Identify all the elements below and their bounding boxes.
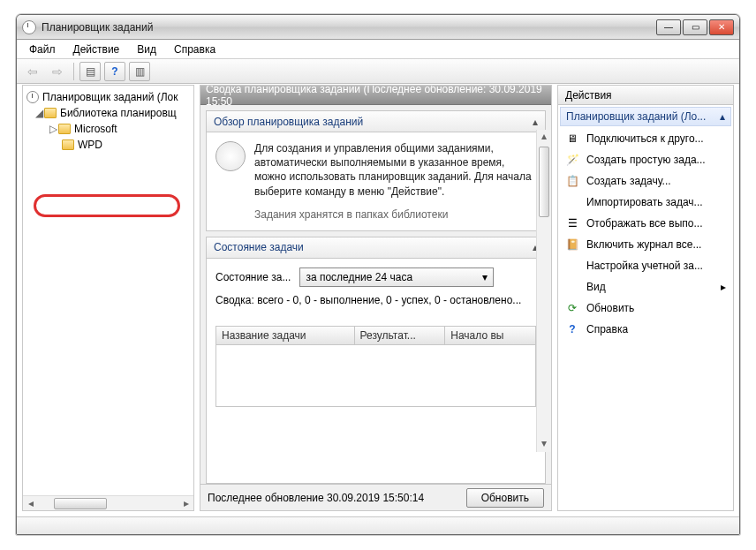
collapse-up-icon[interactable]: ▴ bbox=[720, 110, 725, 123]
period-select[interactable]: за последние 24 часа ▾ bbox=[299, 267, 494, 287]
overview-header[interactable]: Обзор планировщика заданий ▴ bbox=[207, 111, 545, 132]
action-label: Отображать все выпо... bbox=[586, 217, 703, 230]
settings-icon bbox=[565, 259, 579, 273]
actions-list: 🖥Подключиться к друго... 🪄Создать просту… bbox=[558, 126, 733, 342]
list-icon: ☰ bbox=[565, 216, 579, 230]
action-connect[interactable]: 🖥Подключиться к друго... bbox=[560, 128, 731, 149]
scroll-thumb[interactable] bbox=[539, 147, 549, 217]
journal-icon: 📔 bbox=[565, 237, 579, 252]
action-view[interactable]: Вид▸ bbox=[560, 276, 731, 298]
tree-library[interactable]: ◢ Библиотека планировщ bbox=[23, 105, 193, 121]
state-header[interactable]: Состояние задачи ▴ bbox=[207, 237, 545, 259]
menu-action[interactable]: Действие bbox=[66, 41, 127, 57]
tree-library-label: Библиотека планировщ bbox=[60, 107, 177, 119]
tree-wpd[interactable]: WPD bbox=[23, 137, 193, 153]
wizard-icon: 🪄 bbox=[565, 153, 579, 167]
status-bar bbox=[17, 516, 739, 534]
collapse-icon[interactable]: ◢ bbox=[34, 107, 44, 119]
tree-microsoft-label: Microsoft bbox=[74, 123, 117, 135]
view-icon bbox=[565, 280, 579, 294]
action-label: Справка bbox=[586, 323, 628, 335]
col-result[interactable]: Результат... bbox=[355, 327, 446, 344]
tree-microsoft[interactable]: ▷ Microsoft bbox=[23, 121, 193, 137]
forward-button[interactable]: ⇨ bbox=[47, 62, 68, 81]
toolbar: ⇦ ⇨ ▤ ? ▥ bbox=[17, 59, 739, 84]
maximize-button[interactable]: ▭ bbox=[683, 19, 707, 35]
minimize-button[interactable]: — bbox=[656, 19, 681, 35]
overview-truncated: Задания хранятся в папках библиотеки bbox=[254, 207, 536, 222]
back-button[interactable]: ⇦ bbox=[22, 62, 43, 81]
action-refresh[interactable]: ⟳Обновить bbox=[560, 298, 731, 319]
content-area: Планировщик заданий (Лок ◢ Библиотека пл… bbox=[17, 84, 739, 516]
state-title: Состояние задачи bbox=[214, 241, 304, 253]
collapse-up-icon[interactable]: ▴ bbox=[533, 116, 538, 128]
overview-text: Для создания и управления общими задания… bbox=[254, 141, 536, 199]
col-name[interactable]: Название задачи bbox=[216, 327, 355, 344]
tree-pane: Планировщик заданий (Лок ◢ Библиотека пл… bbox=[22, 85, 194, 511]
overview-panel: Обзор планировщика заданий ▴ Для создани… bbox=[206, 110, 546, 231]
action-label: Включить журнал все... bbox=[586, 238, 701, 251]
action-label: Подключиться к друго... bbox=[586, 132, 704, 145]
task-grid-body[interactable] bbox=[215, 345, 536, 407]
show-hide-tree-button[interactable]: ▤ bbox=[79, 62, 101, 81]
tree-root-label: Планировщик заданий (Лок bbox=[42, 91, 178, 103]
action-label: Создать задачу... bbox=[586, 175, 671, 187]
menu-view[interactable]: Вид bbox=[130, 41, 163, 57]
expand-icon[interactable]: ▷ bbox=[48, 123, 58, 135]
action-label: Создать простую зада... bbox=[586, 154, 706, 166]
chevron-down-icon: ▾ bbox=[482, 271, 488, 283]
period-value: за последние 24 часа bbox=[306, 271, 412, 283]
summary-vscrollbar[interactable]: ▴ ▾ bbox=[536, 130, 551, 452]
last-update-text: Последнее обновление 30.09.2019 15:50:14 bbox=[208, 492, 424, 504]
task-icon: 📋 bbox=[565, 174, 579, 188]
help-icon: ? bbox=[565, 322, 579, 336]
action-at-account[interactable]: Настройка учетной за... bbox=[560, 255, 731, 276]
summary-body: Обзор планировщика заданий ▴ Для создани… bbox=[200, 105, 551, 484]
scroll-right-icon[interactable]: ▸ bbox=[178, 497, 193, 509]
action-enable-history[interactable]: 📔Включить журнал все... bbox=[560, 234, 731, 255]
refresh-button[interactable]: Обновить bbox=[466, 488, 544, 508]
help-toolbar-button[interactable]: ? bbox=[104, 62, 125, 81]
col-start[interactable]: Начало вы bbox=[445, 327, 535, 344]
tree-hscrollbar[interactable]: ◂ ▸ bbox=[23, 495, 193, 510]
actions-pane: Действия Планировщик заданий (Ло... ▴ 🖥П… bbox=[557, 85, 734, 511]
scroll-left-icon[interactable]: ◂ bbox=[23, 497, 38, 509]
toolbar-separator bbox=[73, 63, 74, 80]
menu-help[interactable]: Справка bbox=[167, 41, 223, 57]
close-button[interactable]: ✕ bbox=[709, 19, 734, 35]
action-label: Настройка учетной за... bbox=[586, 260, 703, 272]
summary-header: Сводка планировщика заданий (Последнее о… bbox=[200, 86, 551, 105]
menu-bar: Файл Действие Вид Справка bbox=[17, 40, 739, 59]
action-create-task[interactable]: 📋Создать задачу... bbox=[560, 170, 731, 192]
action-help[interactable]: ?Справка bbox=[560, 319, 731, 340]
actions-subheader[interactable]: Планировщик заданий (Ло... ▴ bbox=[560, 107, 731, 126]
menu-file[interactable]: Файл bbox=[22, 41, 63, 57]
action-import[interactable]: Импортировать задач... bbox=[560, 192, 731, 213]
clock-icon bbox=[215, 141, 246, 171]
title-bar[interactable]: Планировщик заданий — ▭ ✕ bbox=[17, 15, 739, 40]
action-create-basic[interactable]: 🪄Создать простую зада... bbox=[560, 149, 731, 170]
refresh-icon: ⟳ bbox=[565, 301, 579, 315]
submenu-arrow-icon: ▸ bbox=[721, 281, 726, 293]
task-grid-header[interactable]: Название задачи Результат... Начало вы bbox=[215, 326, 536, 345]
scroll-thumb[interactable] bbox=[54, 498, 107, 509]
action-show-running[interactable]: ☰Отображать все выпо... bbox=[560, 213, 731, 234]
scroll-down-icon[interactable]: ▾ bbox=[537, 437, 551, 452]
show-hide-actions-button[interactable]: ▥ bbox=[129, 62, 150, 81]
tree-root[interactable]: Планировщик заданий (Лок bbox=[23, 89, 193, 105]
app-window: Планировщик заданий — ▭ ✕ Файл Действие … bbox=[16, 14, 740, 535]
computer-icon: 🖥 bbox=[565, 132, 579, 146]
app-icon bbox=[22, 20, 36, 34]
folder-icon bbox=[62, 139, 74, 150]
folder-icon bbox=[58, 124, 71, 134]
state-label: Состояние за... bbox=[215, 271, 291, 283]
task-tree[interactable]: Планировщик заданий (Лок ◢ Библиотека пл… bbox=[23, 86, 193, 495]
import-icon bbox=[565, 195, 579, 209]
summary-footer: Последнее обновление 30.09.2019 15:50:14… bbox=[200, 484, 551, 510]
scroll-up-icon[interactable]: ▴ bbox=[537, 130, 551, 145]
action-label: Импортировать задач... bbox=[586, 196, 703, 208]
window-title: Планировщик заданий bbox=[42, 21, 656, 34]
summary-pane: Сводка планировщика заданий (Последнее о… bbox=[200, 85, 552, 511]
overview-title: Обзор планировщика заданий bbox=[214, 116, 363, 128]
state-panel: Состояние задачи ▴ Состояние за... за по… bbox=[206, 237, 546, 484]
